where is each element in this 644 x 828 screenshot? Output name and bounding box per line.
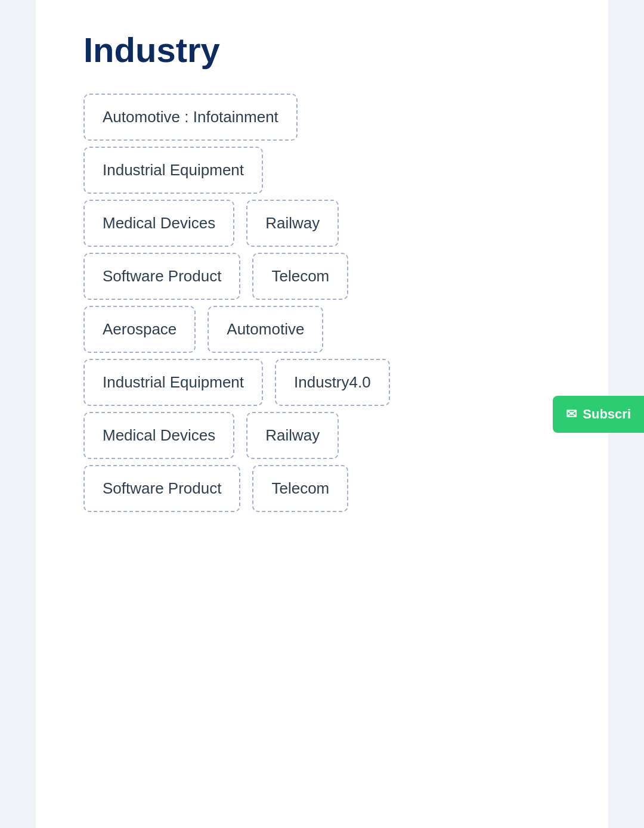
tag-row-8: Software Product Telecom [83, 465, 561, 512]
tags-section: Automotive : Infotainment Industrial Equ… [83, 94, 561, 518]
tag-row-6: Industrial Equipment Industry4.0 [83, 359, 561, 406]
tag-software-product-1[interactable]: Software Product [83, 253, 240, 300]
page-container: Industry Automotive : Infotainment Indus… [36, 0, 608, 828]
tag-row-2: Industrial Equipment [83, 147, 561, 194]
tag-aerospace-1[interactable]: Aerospace [83, 306, 196, 353]
tag-telecom-1[interactable]: Telecom [252, 253, 348, 300]
tag-automotive-infotainment[interactable]: Automotive : Infotainment [83, 94, 298, 141]
tag-railway-1[interactable]: Railway [246, 200, 339, 247]
tag-industrial-equipment-2[interactable]: Industrial Equipment [83, 359, 263, 406]
page-title: Industry [83, 30, 561, 70]
subscribe-button[interactable]: ✉ Subscri [553, 396, 644, 433]
tag-row-5: Aerospace Automotive [83, 306, 561, 353]
tag-software-product-2[interactable]: Software Product [83, 465, 240, 512]
tag-row-7: Medical Devices Railway [83, 412, 561, 459]
tag-medical-devices-1[interactable]: Medical Devices [83, 200, 234, 247]
tag-row-4: Software Product Telecom [83, 253, 561, 300]
tag-automotive-1[interactable]: Automotive [208, 306, 323, 353]
tag-railway-2[interactable]: Railway [246, 412, 339, 459]
tag-telecom-2[interactable]: Telecom [252, 465, 348, 512]
subscribe-label: Subscri [583, 407, 631, 422]
tag-industrial-equipment-1[interactable]: Industrial Equipment [83, 147, 263, 194]
tag-industry40-1[interactable]: Industry4.0 [275, 359, 390, 406]
envelope-icon: ✉ [566, 407, 577, 422]
tag-row-3: Medical Devices Railway [83, 200, 561, 247]
tag-row-1: Automotive : Infotainment [83, 94, 561, 141]
tag-medical-devices-2[interactable]: Medical Devices [83, 412, 234, 459]
